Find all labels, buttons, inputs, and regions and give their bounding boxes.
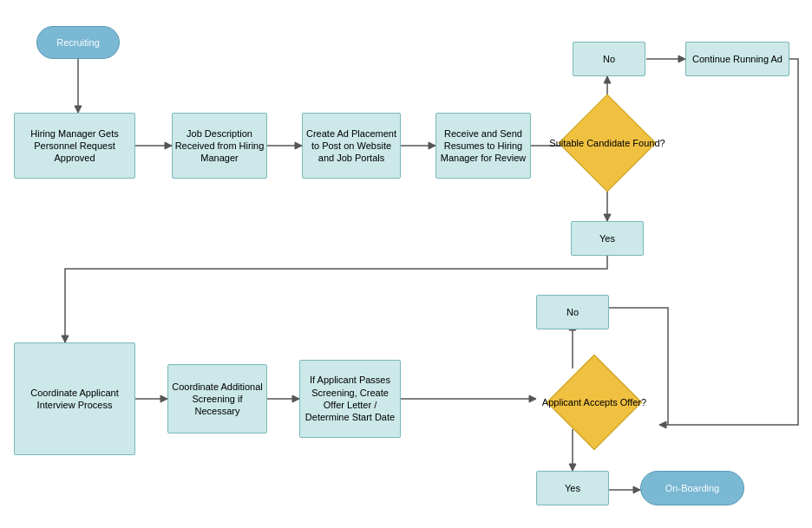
hiring-manager-node: Hiring Manager Gets Personnel Request Ap… [14, 113, 135, 179]
svg-marker-13 [678, 55, 685, 62]
svg-marker-17 [62, 336, 69, 342]
svg-marker-3 [165, 142, 172, 149]
svg-marker-29 [633, 486, 640, 493]
no-box-1: No [573, 42, 645, 76]
onboarding-node: On-Boarding [640, 471, 744, 505]
svg-marker-27 [569, 464, 576, 471]
yes-box-1: Yes [571, 221, 644, 256]
svg-marker-11 [604, 76, 611, 83]
job-description-node: Job Description Received from Hiring Man… [172, 113, 267, 179]
svg-marker-14 [659, 421, 666, 428]
no-box-2: No [536, 295, 609, 329]
receive-send-node: Receive and Send Resumes to Hiring Manag… [435, 113, 531, 179]
continue-running-node: Continue Running Ad [685, 42, 789, 76]
coord-interview-node: Coordinate Applicant Interview Process [14, 342, 135, 455]
svg-marker-5 [295, 142, 302, 149]
suitable-diamond: Suitable Candidate Found? [543, 104, 671, 182]
applicant-accepts-diamond: Applicant Accepts Offer? [533, 364, 656, 440]
svg-marker-1 [75, 106, 82, 113]
create-ad-node: Create Ad Placement to Post on Website a… [302, 113, 401, 179]
svg-marker-21 [292, 395, 299, 402]
flowchart: Recruiting Hiring Manager Gets Personnel… [0, 0, 812, 528]
offer-letter-node: If Applicant Passes Screening, Create Of… [299, 360, 401, 438]
coord-screening-node: Coordinate Additional Screening if Neces… [167, 364, 267, 433]
svg-marker-7 [429, 142, 435, 149]
svg-marker-16 [604, 214, 611, 221]
recruiting-node: Recruiting [36, 26, 120, 59]
svg-marker-19 [160, 395, 167, 402]
yes-box-2: Yes [536, 471, 609, 505]
